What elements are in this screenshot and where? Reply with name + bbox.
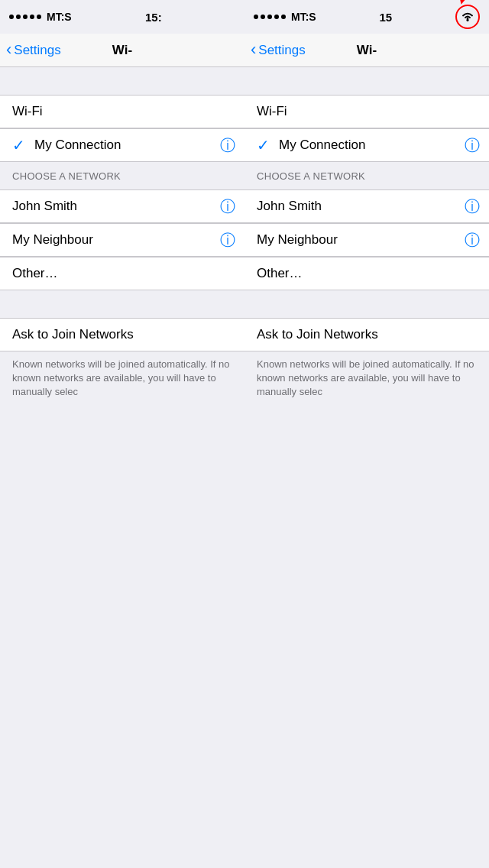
wifi-section-left: Wi-Fi ✓ My Connection ⓘ	[0, 95, 244, 162]
section-header-right: CHOOSE A NETWORK	[244, 162, 489, 189]
wifi-section-right: Wi-Fi ✓ My Connection ⓘ	[244, 95, 489, 162]
svg-point-0	[466, 19, 468, 21]
signal-dots	[9, 15, 41, 19]
connected-network-label-left: My Connection	[34, 138, 121, 153]
connected-network-row-right[interactable]: ✓ My Connection ⓘ	[244, 128, 489, 162]
status-left: MT:S	[9, 11, 72, 23]
network-name-john-smith-right: John Smith	[257, 199, 322, 214]
info-icon-john-smith-left[interactable]: ⓘ	[220, 196, 235, 217]
content-right: Wi-Fi ✓ My Connection ⓘ CHOOSE A NETWORK…	[244, 67, 489, 868]
back-button-left[interactable]: ‹ Settings	[6, 43, 61, 58]
network-row-john-smith-right[interactable]: John Smith ⓘ	[244, 189, 489, 223]
ask-join-label-left: Ask to Join Networks	[12, 327, 134, 342]
panel-right: MT:S 15	[244, 0, 489, 868]
back-button-right[interactable]: ‹ Settings	[251, 43, 306, 58]
ask-join-label-right: Ask to Join Networks	[257, 327, 378, 342]
network-name-other-left: Other…	[12, 266, 58, 281]
wifi-icon-right	[460, 11, 475, 23]
carrier-left: MT:S	[47, 11, 72, 23]
dot3r	[267, 15, 272, 19]
back-chevron-right: ‹	[251, 41, 256, 58]
status-left-right: MT:S	[254, 11, 316, 23]
status-right-right	[455, 5, 480, 29]
panel-left: MT:S 15: ‹ Settings Wi- Wi-Fi ✓ My Conne…	[0, 0, 244, 868]
time-left: 15:	[145, 11, 162, 24]
network-row-my-neighbour-left[interactable]: My Neighbour ⓘ	[0, 223, 244, 257]
wifi-label-right: Wi-Fi	[257, 104, 287, 119]
gap-top-left	[0, 67, 244, 95]
dot1r	[254, 15, 258, 19]
dot4	[30, 15, 34, 19]
network-row-my-neighbour-right[interactable]: My Neighbour ⓘ	[244, 223, 489, 257]
content-left: Wi-Fi ✓ My Connection ⓘ CHOOSE A NETWORK…	[0, 67, 244, 868]
network-name-my-neighbour-left: My Neighbour	[12, 232, 93, 248]
info-icon-my-neighbour-left[interactable]: ⓘ	[220, 230, 235, 251]
dot2r	[261, 15, 265, 19]
gap-top-right	[244, 67, 489, 95]
network-row-other-right[interactable]: Other…	[244, 257, 489, 290]
wifi-toggle-row-right[interactable]: Wi-Fi	[244, 95, 489, 128]
dot5	[37, 15, 41, 19]
footer-text-left: Known networks will be joined automatica…	[0, 351, 244, 406]
info-icon-left[interactable]: ⓘ	[220, 135, 235, 156]
checkmark-right: ✓	[257, 136, 270, 154]
footer-text-right: Known networks will be joined automatica…	[244, 351, 489, 406]
networks-list-right: John Smith ⓘ My Neighbour ⓘ Other…	[244, 189, 489, 290]
nav-title-right: Wi-	[357, 43, 377, 58]
network-row-john-smith-left[interactable]: John Smith ⓘ	[0, 189, 244, 223]
wifi-label-left: Wi-Fi	[12, 104, 43, 119]
wifi-annotation-area	[455, 5, 480, 29]
status-bar-right: MT:S 15	[244, 0, 489, 34]
networks-list-left: John Smith ⓘ My Neighbour ⓘ Other…	[0, 189, 244, 290]
separator-left	[0, 290, 244, 318]
carrier-right: MT:S	[291, 11, 316, 23]
back-chevron-left: ‹	[6, 41, 11, 58]
wifi-toggle-row-left[interactable]: Wi-Fi	[0, 95, 244, 128]
status-bar-left: MT:S 15:	[0, 0, 244, 34]
info-icon-connected-right[interactable]: ⓘ	[465, 135, 480, 156]
nav-bar-left: ‹ Settings Wi-	[0, 34, 244, 67]
ask-join-row-left[interactable]: Ask to Join Networks	[0, 318, 244, 351]
connected-network-label-right: My Connection	[279, 138, 365, 153]
network-row-other-left[interactable]: Other…	[0, 257, 244, 290]
checkmark-left: ✓	[12, 136, 25, 154]
section-header-text-right: CHOOSE A NETWORK	[257, 170, 365, 182]
nav-bar-right: ‹ Settings Wi-	[244, 34, 489, 67]
ask-join-row-right[interactable]: Ask to Join Networks	[244, 318, 489, 351]
connected-network-row-left[interactable]: ✓ My Connection ⓘ	[0, 128, 244, 162]
back-label-right: Settings	[258, 43, 305, 58]
info-icon-john-smith-right[interactable]: ⓘ	[465, 196, 480, 217]
ask-join-section-right: Ask to Join Networks	[244, 318, 489, 351]
section-header-text-left: CHOOSE A NETWORK	[12, 170, 121, 182]
wifi-circle-annotation	[455, 5, 480, 29]
network-name-my-neighbour-right: My Neighbour	[257, 232, 338, 248]
back-label-left: Settings	[14, 43, 60, 58]
separator-right	[244, 290, 489, 318]
dot3	[23, 15, 28, 19]
dot1	[9, 15, 14, 19]
nav-title-left: Wi-	[112, 43, 132, 58]
dot5r	[281, 15, 286, 19]
section-header-left: CHOOSE A NETWORK	[0, 162, 244, 189]
ask-join-section-left: Ask to Join Networks	[0, 318, 244, 351]
info-icon-my-neighbour-right[interactable]: ⓘ	[465, 230, 480, 251]
signal-dots-right	[254, 15, 286, 19]
dot2	[16, 15, 21, 19]
network-name-other-right: Other…	[257, 266, 303, 281]
network-name-john-smith-left: John Smith	[12, 199, 77, 214]
time-right: 15	[379, 11, 392, 24]
dot4r	[274, 15, 279, 19]
